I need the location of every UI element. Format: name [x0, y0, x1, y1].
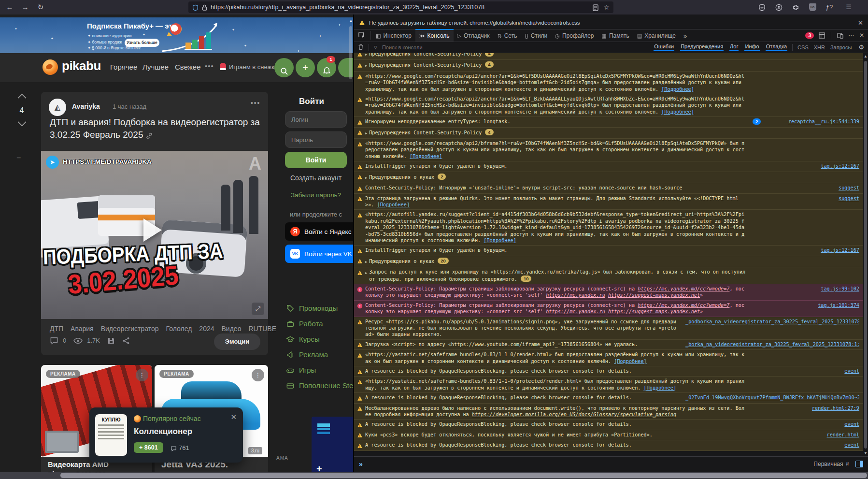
comments-icon[interactable] [50, 336, 58, 345]
console-scroll-up[interactable]: ▲ [864, 54, 868, 58]
emotions-button[interactable]: Эмоции [214, 334, 260, 350]
page-scrollbar[interactable]: ▲ [348, 15, 353, 473]
window-horizontal-scrollbar[interactable] [0, 472, 868, 479]
responsive-mode-icon[interactable] [837, 32, 843, 39]
bookmark-star-icon[interactable]: ☆ [603, 3, 610, 11]
author-name[interactable]: Avariyka [72, 102, 100, 110]
video-expand-button[interactable]: ⤢ [252, 303, 264, 315]
banner-cta-button[interactable]: Узнать больше [125, 39, 159, 47]
reader-mode-icon[interactable] [593, 3, 598, 12]
filter-Ошибки[interactable]: Ошибки [654, 43, 674, 51]
share-icon[interactable] [122, 337, 130, 345]
popup-title[interactable]: Коллекционер [134, 427, 192, 436]
source-location-link[interactable]: recaptcha__ru.js:544:339 [781, 118, 859, 125]
popup-thumbnail[interactable]: КУПЛЮ [95, 414, 127, 456]
console-inline-link[interactable]: [Подробнее] [410, 154, 442, 159]
warning-close-icon[interactable]: ✕ [858, 19, 863, 27]
console-inline-link[interactable]: https://mc.yandex.ru [546, 309, 605, 314]
console-inline-link[interactable]: [Подробнее] [661, 109, 694, 115]
post-tag[interactable]: Видеорегистратор [101, 325, 159, 333]
link-icon[interactable] [146, 131, 153, 139]
tab-debugger[interactable]: ▷Отладчик [454, 29, 494, 42]
devtools-close-icon[interactable]: ✕ [859, 32, 864, 39]
filter-Запросы[interactable]: Запросы [830, 44, 852, 50]
vk-login-button[interactable]: VKВойти через VK [285, 245, 353, 263]
search-button[interactable] [274, 58, 294, 77]
expand-arrow-icon[interactable]: ▶ [365, 131, 367, 137]
forward-button[interactable]: → [19, 1, 31, 13]
url-bar[interactable]: https://pikabu.ru/story/dtp_i_avariya_po… [188, 1, 613, 13]
post-tag[interactable]: RUTUBE [248, 325, 276, 333]
save-icon[interactable] [107, 337, 115, 345]
sidebar-item-1[interactable]: Работа [286, 319, 323, 328]
sidebar-item-4[interactable]: Игры [286, 365, 316, 375]
console-search-input[interactable] [381, 44, 509, 51]
ad-menu-button[interactable]: ⋮ [252, 369, 264, 381]
nav-more-button[interactable]: ••• [205, 62, 214, 70]
console-scrollbar[interactable]: ▲ ▼ [863, 54, 868, 455]
evaluation-context-selector[interactable]: Первичная⇵ [813, 461, 863, 467]
source-location-link[interactable]: tag.js:12:167 [813, 163, 859, 169]
console-settings-icon[interactable]: ⚙ [858, 44, 864, 51]
console-inline-link[interactable]: https://mc.yandex.ru [546, 292, 605, 298]
source-location-link[interactable]: render.html:27:9 [804, 405, 859, 411]
source-location-link[interactable]: suggest [831, 185, 859, 191]
sidebar-item-2[interactable]: Курсы [286, 334, 320, 344]
filter-CSS[interactable]: CSS [797, 44, 809, 50]
source-location-link[interactable]: event [837, 368, 859, 374]
error-count-badge[interactable]: 3 [805, 32, 814, 39]
pocket-icon[interactable] [756, 1, 768, 13]
filter-Лог[interactable]: Лог [729, 43, 739, 51]
tab-network[interactable]: ⇅Сеть [493, 29, 521, 42]
console-inline-link[interactable]: https://mc.yandex.md/cc?wmode=7 [638, 303, 729, 308]
expand-arrow-icon[interactable]: ▶ [365, 53, 367, 58]
node-picker-icon[interactable] [354, 29, 370, 42]
nav-item-0[interactable]: Горячее [110, 63, 137, 71]
console-scroll-down[interactable]: ▼ [864, 451, 868, 455]
devtools-menu-icon[interactable]: ⋯ [848, 32, 854, 39]
nav-item-2[interactable]: Свежее [175, 63, 201, 71]
upvote-button[interactable] [14, 94, 30, 103]
expand-arrow-icon[interactable]: ▶ [365, 259, 367, 265]
add-post-button[interactable]: + [296, 58, 315, 77]
post-tag[interactable]: Авария [71, 325, 94, 333]
login-input[interactable] [285, 111, 347, 128]
pikabu-logo-icon[interactable] [43, 59, 58, 75]
video-player[interactable]: ➤ HTTPS://T.ME/DTPAVARIJKA A ПОДБОРКА ДТ… [41, 151, 268, 319]
source-location-link[interactable]: _podborka_na_videoregistrator_za_30225_f… [678, 319, 859, 325]
tab-memory[interactable]: ▦Память [598, 29, 633, 42]
filter-Предупреждения[interactable]: Предупреждения [680, 43, 724, 51]
side-ad-banner[interactable]: + [312, 417, 353, 473]
scroll-up-arrow[interactable]: ▲ [349, 18, 353, 23]
sidebar-item-3[interactable]: Реклама [286, 350, 328, 359]
ad-menu-button[interactable]: ⋮ [136, 369, 148, 381]
account-icon[interactable] [773, 1, 784, 13]
post-menu-button[interactable]: ••• [251, 99, 260, 107]
console-inline-link[interactable]: https://developer.mozilla.org/en-US/docs… [472, 412, 676, 417]
console-inline-link[interactable]: https://suggest-maps.yandex.net [608, 292, 700, 298]
play-button[interactable] [143, 218, 162, 242]
source-location-link[interactable]: render.html [819, 432, 859, 438]
tab-styles[interactable]: {}Стили [521, 29, 551, 42]
more-tabs-button[interactable]: » [680, 29, 691, 42]
split-console-icon[interactable] [855, 461, 863, 467]
menu-icon[interactable]: ☰ [843, 1, 854, 13]
expand-arrow-icon[interactable]: ▶ [365, 270, 367, 276]
console-inline-link[interactable]: [Подробнее] [484, 238, 516, 243]
forgot-password-link[interactable]: Забыли пароль? [275, 191, 353, 199]
create-account-button[interactable]: Создать аккаунт [275, 174, 353, 182]
tab-storage[interactable]: ▤Хранилище [633, 29, 680, 42]
downvote-button[interactable] [14, 118, 30, 127]
login-submit-button[interactable]: Войти [285, 152, 347, 168]
filter-XHR[interactable]: XHR [814, 44, 825, 50]
source-location-link[interactable]: event [837, 442, 859, 448]
back-button[interactable]: ← [4, 1, 15, 13]
sidebar-item-5[interactable]: Пополнение Stea [286, 381, 353, 390]
console-inline-link[interactable]: [Подробнее] [614, 359, 646, 364]
post-tag[interactable]: ДТП [50, 325, 63, 333]
clear-console-icon[interactable] [358, 44, 364, 51]
expand-arrow-icon[interactable]: ▶ [365, 175, 367, 181]
post-tag[interactable]: 2024 [199, 325, 214, 333]
console-inline-link[interactable]: https://suggest-maps.yandex.net [608, 309, 700, 314]
source-location-link[interactable]: suggest [831, 195, 859, 202]
